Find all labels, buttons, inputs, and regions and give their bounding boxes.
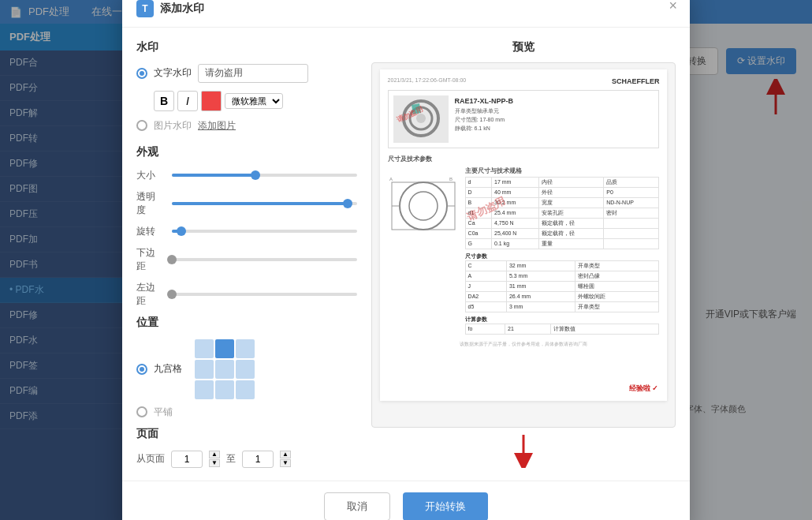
preview-drawing: A B (388, 166, 459, 335)
grid-cell-3[interactable] (195, 360, 214, 379)
modal-footer: 取消 开始转换 (122, 481, 690, 521)
start-convert-button[interactable]: 开始转换 (403, 492, 488, 521)
font-select[interactable]: 微软雅黑 (225, 93, 283, 109)
position-section: 位置 九宫格 (136, 316, 357, 419)
image-watermark-row: 图片水印 添加图片 (136, 119, 357, 133)
preview-product-row: 请勿盗用 RAE17-XL-NPP-B 开单类型轴承单元 尺寸范围: 17-80… (388, 90, 660, 148)
left-margin-slider[interactable] (172, 293, 357, 296)
arrow-down-indicator (371, 432, 676, 468)
preview-table-row: A B 主要尺寸与技术规格 d17 mm内径品质 D40 mm外径 (388, 166, 660, 335)
nine-grid-row: 九宫格 (136, 339, 357, 399)
add-image-button[interactable]: 添加图片 (198, 119, 236, 133)
preview-data-table: 主要尺寸与技术规格 d17 mm内径品质 D40 mm外径P0 B30.2 mm… (465, 166, 660, 335)
svg-point-7 (409, 192, 438, 220)
svg-point-6 (400, 182, 447, 230)
preview-table-title: 尺寸及技术参数 (388, 155, 660, 163)
preview-product-desc: 开单类型轴承单元 (455, 107, 654, 115)
watermark-section-title: 水印 (136, 40, 357, 54)
image-watermark-radio[interactable] (136, 120, 147, 131)
image-watermark-label: 图片水印 (154, 119, 192, 133)
svg-text:A: A (389, 177, 393, 181)
add-watermark-modal: T 添加水印 × 水印 文字水印 B I (122, 0, 690, 520)
grid-cell-1[interactable] (215, 339, 234, 358)
watermark-text-input[interactable] (198, 64, 308, 83)
nine-grid-label: 九宫格 (154, 362, 182, 376)
opacity-label: 透明度 (136, 190, 164, 217)
preview-subtable-title: 尺寸参数 (465, 253, 660, 260)
rotation-slider-row: 旋转 (136, 225, 357, 238)
from-page-input[interactable] (171, 451, 203, 468)
preview-calc-table: fo21计算数值 (465, 324, 660, 335)
to-page-spinner: ▲ ▼ (280, 451, 291, 467)
preview-timestamp: 2021/3/21, 17:22:06-GMT-08:00 (388, 77, 467, 83)
grid-cell-5[interactable] (236, 360, 255, 379)
preview-product-name: RAE17-XL-NPP-B (455, 95, 654, 107)
text-watermark-label: 文字水印 (154, 66, 192, 80)
preview-product-image: 请勿盗用 (393, 95, 449, 143)
rotation-label: 旋转 (136, 225, 164, 238)
nine-grid-radio[interactable] (136, 364, 147, 375)
bottom-margin-row: 下边距 (136, 246, 357, 273)
size-slider-row: 大小 (136, 169, 357, 182)
preview-table-section: 尺寸及技术参数 (388, 155, 660, 335)
preview-detail-1: 尺寸范围: 17-80 mm (455, 115, 654, 124)
preview-brand: SCHAEFFLER (612, 77, 660, 85)
svg-rect-5 (392, 182, 455, 230)
rotation-slider[interactable] (172, 230, 357, 233)
preview-specs-table: d17 mm内径品质 D40 mm外径P0 B30.2 mm宽度ND-N-NUP… (465, 177, 660, 249)
cancel-button[interactable]: 取消 (324, 492, 390, 521)
tile-radio[interactable] (136, 406, 147, 417)
grid-cell-2[interactable] (236, 339, 255, 358)
preview-detail-2: 静载荷: 6.1 kN (455, 124, 654, 133)
grid-cell-4[interactable] (215, 360, 234, 379)
grid-cell-0[interactable] (195, 339, 214, 358)
to-page-down[interactable]: ▼ (280, 459, 291, 467)
page-range-row: 从页面 ▲ ▼ 至 ▲ ▼ (136, 451, 357, 468)
left-margin-row: 左边距 (136, 281, 357, 308)
grid-cell-7[interactable] (215, 380, 234, 399)
preview-footer: 该数据来源于产品手册，仅作参考用途，具体参数请咨询厂商 (388, 341, 660, 348)
to-page-up[interactable]: ▲ (280, 451, 291, 458)
tile-row: 平铺 (136, 406, 357, 419)
format-row: B I 微软雅黑 (154, 91, 357, 111)
left-margin-label: 左边距 (136, 281, 164, 308)
to-page-input[interactable] (242, 451, 274, 468)
grid-cell-6[interactable] (195, 380, 214, 399)
color-picker[interactable] (201, 91, 222, 111)
page-section: 页面 从页面 ▲ ▼ 至 ▲ ▼ (136, 427, 357, 468)
opacity-slider[interactable] (172, 202, 357, 205)
right-panel: 预览 2021/3/21, 17:22:06-GMT-08:00 SCHAEFF… (371, 40, 676, 468)
grid-cell-8[interactable] (236, 380, 255, 399)
preview-header: 2021/3/21, 17:22:06-GMT-08:00 SCHAEFFLER (388, 77, 660, 85)
modal-icon: T (136, 0, 154, 17)
svg-text:B: B (449, 177, 453, 181)
position-section-title: 位置 (136, 316, 357, 330)
preview-table-subtitle: 主要尺寸与技术规格 (465, 166, 660, 175)
preview-product-info: RAE17-XL-NPP-B 开单类型轴承单元 尺寸范围: 17-80 mm 静… (455, 95, 654, 143)
jy-brand-watermark: 经验啦 ✓ (627, 383, 661, 395)
modal-body: 水印 文字水印 B I 微软雅黑 (122, 28, 690, 481)
appearance-section-title: 外观 (136, 145, 357, 159)
from-page-up[interactable]: ▲ (209, 451, 220, 458)
page-section-title: 页面 (136, 427, 357, 441)
modal-title: 添加水印 (160, 2, 204, 16)
text-watermark-row: 文字水印 (136, 64, 357, 83)
preview-page: 2021/3/21, 17:22:06-GMT-08:00 SCHAEFFLER (380, 69, 668, 401)
from-page-label: 从页面 (136, 452, 165, 466)
modal-overlay: T 添加水印 × 水印 文字水印 B I (0, 0, 812, 520)
left-panel: 水印 文字水印 B I 微软雅黑 (136, 40, 357, 468)
opacity-slider-row: 透明度 (136, 190, 357, 217)
text-watermark-radio[interactable] (136, 68, 147, 79)
from-page-down[interactable]: ▼ (209, 459, 220, 467)
to-label: 至 (226, 452, 236, 466)
from-page-spinner: ▲ ▼ (209, 451, 220, 467)
preview-calc-title: 计算参数 (465, 316, 660, 324)
modal-close-button[interactable]: × (669, 0, 677, 13)
size-slider[interactable] (172, 174, 357, 177)
bottom-margin-slider[interactable] (172, 258, 357, 261)
bold-button[interactable]: B (154, 91, 174, 111)
italic-button[interactable]: I (177, 91, 198, 111)
preview-area: 2021/3/21, 17:22:06-GMT-08:00 SCHAEFFLER (371, 62, 676, 428)
size-label: 大小 (136, 169, 164, 182)
bottom-margin-label: 下边距 (136, 246, 164, 273)
